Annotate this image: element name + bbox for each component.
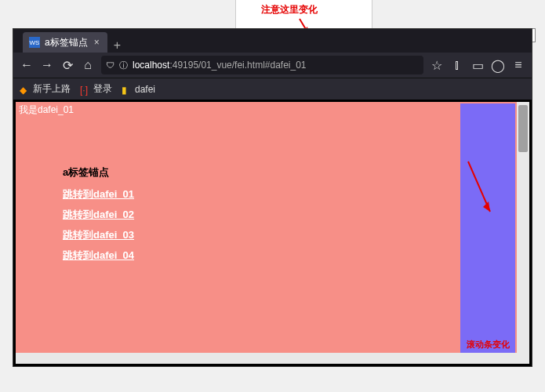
anchor-link[interactable]: 跳转到dafei_01: [63, 187, 529, 201]
anchor-section-title: a标签锚点: [63, 165, 529, 180]
page-header-label: 我是dafei_01: [16, 102, 529, 118]
viewport: 我是dafei_01 a标签锚点 跳转到dafei_01 跳转到dafei_02…: [13, 100, 532, 366]
tab-active[interactable]: WS a标签锚点 ×: [23, 32, 107, 53]
bookmark-item[interactable]: [·] 登录: [80, 82, 112, 96]
tab-title: a标签锚点: [45, 36, 88, 49]
anchor-link[interactable]: 跳转到dafei_02: [63, 208, 529, 222]
side-annotation-box: 滚动条变化: [460, 337, 515, 351]
folder-icon: ▮: [122, 85, 131, 94]
bookmark-star-icon[interactable]: ☆: [430, 58, 444, 72]
bookmark-item[interactable]: ◆ 新手上路: [20, 82, 71, 96]
scrollbar-highlight-region: [460, 103, 515, 362]
side-annotation-text: 滚动条变化: [467, 339, 510, 350]
bookmark-icon: [·]: [80, 85, 89, 94]
anchor-link[interactable]: 跳转到dafei_03: [63, 228, 529, 242]
account-icon[interactable]: ◯: [491, 58, 505, 72]
side-annotation-arrow: [465, 158, 496, 224]
vertical-scrollbar-thumb[interactable]: [518, 105, 528, 152]
top-annotation-text: 注意这里变化: [261, 3, 318, 16]
library-icon[interactable]: ⫿: [450, 58, 464, 72]
anchor-section: a标签锚点 跳转到dafei_01 跳转到dafei_02 跳转到dafei_0…: [63, 165, 529, 263]
tab-bar: WS a标签锚点 × +: [13, 29, 532, 53]
anchor-link[interactable]: 跳转到dafei_04: [63, 249, 529, 263]
tab-close-icon[interactable]: ×: [93, 37, 101, 48]
bookmark-label: dafei: [135, 84, 155, 95]
back-icon[interactable]: ←: [20, 58, 34, 72]
reload-icon[interactable]: ⟳: [60, 58, 74, 72]
tab-favicon: WS: [29, 37, 40, 48]
info-icon[interactable]: ⓘ: [119, 60, 128, 71]
shield-icon[interactable]: 🛡: [106, 60, 114, 70]
page-content: 我是dafei_01 a标签锚点 跳转到dafei_01 跳转到dafei_02…: [16, 102, 529, 364]
bookmark-icon: ◆: [20, 85, 29, 94]
url-text: localhost:49195/01_vue/fei.html#dafei_01: [133, 60, 307, 71]
vertical-scrollbar[interactable]: [517, 102, 529, 364]
nav-bar: ← → ⟳ ⌂ 🛡 ⓘ localhost:49195/01_vue/fei.h…: [13, 53, 532, 78]
new-tab-button[interactable]: +: [107, 38, 127, 53]
bookmark-item[interactable]: ▮ dafei: [122, 84, 155, 95]
bookmark-label: 新手上路: [33, 82, 71, 96]
bookmark-label: 登录: [93, 82, 112, 96]
url-bar[interactable]: 🛡 ⓘ localhost:49195/01_vue/fei.html#dafe…: [101, 56, 423, 74]
sidebar-icon[interactable]: ▭: [471, 58, 485, 72]
forward-icon[interactable]: →: [40, 58, 54, 72]
home-icon[interactable]: ⌂: [81, 58, 95, 72]
menu-icon[interactable]: ≡: [511, 58, 525, 72]
browser-window: WS a标签锚点 × + ← → ⟳ ⌂ 🛡 ⓘ localhost:49195…: [13, 28, 532, 367]
horizontal-scrollbar[interactable]: [16, 353, 517, 364]
bookmarks-bar: ◆ 新手上路 [·] 登录 ▮ dafei: [13, 78, 532, 100]
